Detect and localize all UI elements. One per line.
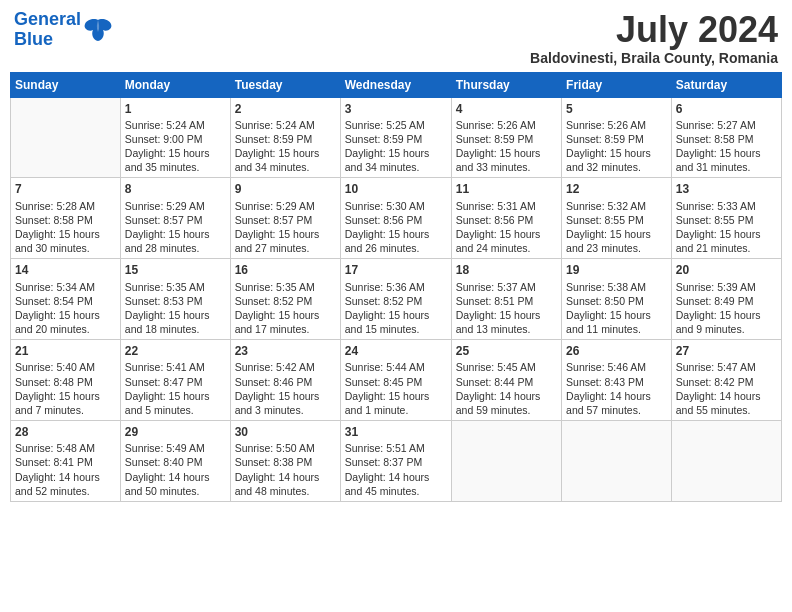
day-info: Sunrise: 5:29 AM Sunset: 8:57 PM Dayligh…: [235, 199, 336, 256]
day-info: Sunrise: 5:36 AM Sunset: 8:52 PM Dayligh…: [345, 280, 447, 337]
calendar-cell: 23Sunrise: 5:42 AM Sunset: 8:46 PM Dayli…: [230, 340, 340, 421]
calendar-cell: 13Sunrise: 5:33 AM Sunset: 8:55 PM Dayli…: [671, 178, 781, 259]
calendar-week-5: 28Sunrise: 5:48 AM Sunset: 8:41 PM Dayli…: [11, 421, 782, 502]
calendar-cell: 1Sunrise: 5:24 AM Sunset: 9:00 PM Daylig…: [120, 97, 230, 178]
day-info: Sunrise: 5:47 AM Sunset: 8:42 PM Dayligh…: [676, 360, 777, 417]
day-number: 7: [15, 181, 116, 197]
day-info: Sunrise: 5:26 AM Sunset: 8:59 PM Dayligh…: [566, 118, 667, 175]
calendar-week-4: 21Sunrise: 5:40 AM Sunset: 8:48 PM Dayli…: [11, 340, 782, 421]
calendar-header-wednesday: Wednesday: [340, 72, 451, 97]
calendar-cell: 3Sunrise: 5:25 AM Sunset: 8:59 PM Daylig…: [340, 97, 451, 178]
calendar-cell: 24Sunrise: 5:44 AM Sunset: 8:45 PM Dayli…: [340, 340, 451, 421]
day-number: 15: [125, 262, 226, 278]
day-number: 4: [456, 101, 557, 117]
day-info: Sunrise: 5:40 AM Sunset: 8:48 PM Dayligh…: [15, 360, 116, 417]
day-number: 14: [15, 262, 116, 278]
day-number: 8: [125, 181, 226, 197]
day-info: Sunrise: 5:24 AM Sunset: 9:00 PM Dayligh…: [125, 118, 226, 175]
page-header: General Blue July 2024 Baldovinesti, Bra…: [10, 10, 782, 66]
calendar-cell: 11Sunrise: 5:31 AM Sunset: 8:56 PM Dayli…: [451, 178, 561, 259]
calendar-cell: 26Sunrise: 5:46 AM Sunset: 8:43 PM Dayli…: [562, 340, 672, 421]
calendar-cell: 10Sunrise: 5:30 AM Sunset: 8:56 PM Dayli…: [340, 178, 451, 259]
calendar-cell: 25Sunrise: 5:45 AM Sunset: 8:44 PM Dayli…: [451, 340, 561, 421]
title-block: July 2024 Baldovinesti, Braila County, R…: [530, 10, 778, 66]
logo-text: General: [14, 10, 81, 30]
calendar-cell: 8Sunrise: 5:29 AM Sunset: 8:57 PM Daylig…: [120, 178, 230, 259]
calendar-header-row: SundayMondayTuesdayWednesdayThursdayFrid…: [11, 72, 782, 97]
calendar-cell: [671, 421, 781, 502]
day-number: 24: [345, 343, 447, 359]
calendar-cell: [451, 421, 561, 502]
day-number: 21: [15, 343, 116, 359]
calendar-cell: [562, 421, 672, 502]
day-number: 1: [125, 101, 226, 117]
day-number: 31: [345, 424, 447, 440]
day-number: 23: [235, 343, 336, 359]
day-info: Sunrise: 5:33 AM Sunset: 8:55 PM Dayligh…: [676, 199, 777, 256]
day-number: 28: [15, 424, 116, 440]
day-info: Sunrise: 5:35 AM Sunset: 8:53 PM Dayligh…: [125, 280, 226, 337]
day-number: 20: [676, 262, 777, 278]
calendar-cell: 16Sunrise: 5:35 AM Sunset: 8:52 PM Dayli…: [230, 259, 340, 340]
day-number: 12: [566, 181, 667, 197]
day-info: Sunrise: 5:27 AM Sunset: 8:58 PM Dayligh…: [676, 118, 777, 175]
day-number: 5: [566, 101, 667, 117]
day-number: 17: [345, 262, 447, 278]
day-info: Sunrise: 5:49 AM Sunset: 8:40 PM Dayligh…: [125, 441, 226, 498]
calendar-header-monday: Monday: [120, 72, 230, 97]
day-number: 22: [125, 343, 226, 359]
calendar-cell: 20Sunrise: 5:39 AM Sunset: 8:49 PM Dayli…: [671, 259, 781, 340]
calendar-cell: 22Sunrise: 5:41 AM Sunset: 8:47 PM Dayli…: [120, 340, 230, 421]
main-title: July 2024: [530, 10, 778, 50]
day-number: 30: [235, 424, 336, 440]
day-info: Sunrise: 5:25 AM Sunset: 8:59 PM Dayligh…: [345, 118, 447, 175]
day-info: Sunrise: 5:42 AM Sunset: 8:46 PM Dayligh…: [235, 360, 336, 417]
day-number: 29: [125, 424, 226, 440]
calendar-cell: 2Sunrise: 5:24 AM Sunset: 8:59 PM Daylig…: [230, 97, 340, 178]
day-info: Sunrise: 5:35 AM Sunset: 8:52 PM Dayligh…: [235, 280, 336, 337]
calendar-cell: 27Sunrise: 5:47 AM Sunset: 8:42 PM Dayli…: [671, 340, 781, 421]
calendar-header-tuesday: Tuesday: [230, 72, 340, 97]
day-info: Sunrise: 5:28 AM Sunset: 8:58 PM Dayligh…: [15, 199, 116, 256]
day-info: Sunrise: 5:46 AM Sunset: 8:43 PM Dayligh…: [566, 360, 667, 417]
day-number: 16: [235, 262, 336, 278]
day-number: 13: [676, 181, 777, 197]
calendar-cell: 15Sunrise: 5:35 AM Sunset: 8:53 PM Dayli…: [120, 259, 230, 340]
subtitle: Baldovinesti, Braila County, Romania: [530, 50, 778, 66]
calendar-week-3: 14Sunrise: 5:34 AM Sunset: 8:54 PM Dayli…: [11, 259, 782, 340]
day-number: 27: [676, 343, 777, 359]
calendar-header-saturday: Saturday: [671, 72, 781, 97]
calendar-week-1: 1Sunrise: 5:24 AM Sunset: 9:00 PM Daylig…: [11, 97, 782, 178]
day-info: Sunrise: 5:29 AM Sunset: 8:57 PM Dayligh…: [125, 199, 226, 256]
calendar-cell: 28Sunrise: 5:48 AM Sunset: 8:41 PM Dayli…: [11, 421, 121, 502]
day-info: Sunrise: 5:24 AM Sunset: 8:59 PM Dayligh…: [235, 118, 336, 175]
calendar-cell: 9Sunrise: 5:29 AM Sunset: 8:57 PM Daylig…: [230, 178, 340, 259]
calendar-cell: [11, 97, 121, 178]
calendar-week-2: 7Sunrise: 5:28 AM Sunset: 8:58 PM Daylig…: [11, 178, 782, 259]
calendar-header-sunday: Sunday: [11, 72, 121, 97]
calendar-cell: 14Sunrise: 5:34 AM Sunset: 8:54 PM Dayli…: [11, 259, 121, 340]
calendar-cell: 7Sunrise: 5:28 AM Sunset: 8:58 PM Daylig…: [11, 178, 121, 259]
calendar-cell: 19Sunrise: 5:38 AM Sunset: 8:50 PM Dayli…: [562, 259, 672, 340]
day-number: 26: [566, 343, 667, 359]
day-info: Sunrise: 5:30 AM Sunset: 8:56 PM Dayligh…: [345, 199, 447, 256]
day-number: 3: [345, 101, 447, 117]
day-info: Sunrise: 5:37 AM Sunset: 8:51 PM Dayligh…: [456, 280, 557, 337]
day-number: 11: [456, 181, 557, 197]
logo-bird-icon: [83, 16, 113, 44]
calendar-cell: 5Sunrise: 5:26 AM Sunset: 8:59 PM Daylig…: [562, 97, 672, 178]
day-info: Sunrise: 5:41 AM Sunset: 8:47 PM Dayligh…: [125, 360, 226, 417]
day-number: 9: [235, 181, 336, 197]
day-info: Sunrise: 5:32 AM Sunset: 8:55 PM Dayligh…: [566, 199, 667, 256]
calendar-table: SundayMondayTuesdayWednesdayThursdayFrid…: [10, 72, 782, 502]
day-info: Sunrise: 5:50 AM Sunset: 8:38 PM Dayligh…: [235, 441, 336, 498]
logo: General Blue: [14, 10, 113, 50]
day-number: 25: [456, 343, 557, 359]
day-info: Sunrise: 5:44 AM Sunset: 8:45 PM Dayligh…: [345, 360, 447, 417]
day-number: 18: [456, 262, 557, 278]
day-number: 2: [235, 101, 336, 117]
day-info: Sunrise: 5:48 AM Sunset: 8:41 PM Dayligh…: [15, 441, 116, 498]
calendar-cell: 31Sunrise: 5:51 AM Sunset: 8:37 PM Dayli…: [340, 421, 451, 502]
day-info: Sunrise: 5:51 AM Sunset: 8:37 PM Dayligh…: [345, 441, 447, 498]
day-number: 6: [676, 101, 777, 117]
